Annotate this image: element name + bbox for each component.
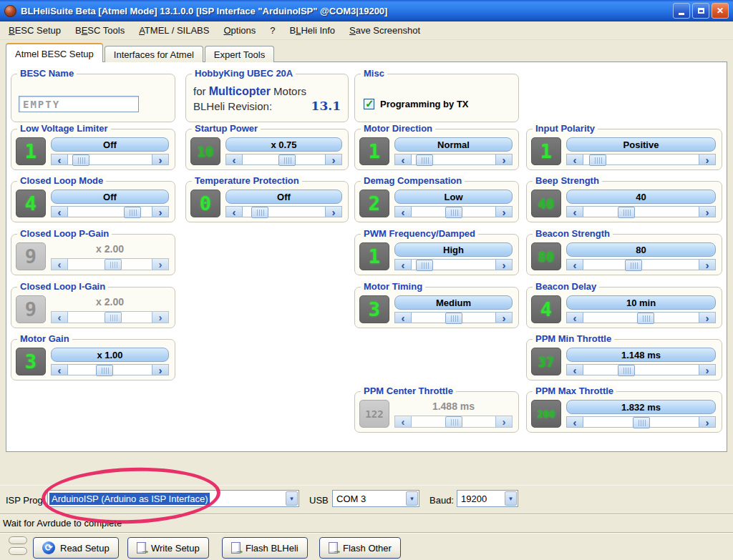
close-button[interactable]: ✕: [712, 3, 729, 19]
motor-timing-increment-arrow-icon[interactable]: ›: [495, 313, 512, 323]
ppm-max-throttle-slider-thumb[interactable]: [633, 417, 650, 428]
low-voltage-limiter-slider-thumb[interactable]: [72, 154, 89, 166]
beep-strength-increment-arrow-icon[interactable]: ›: [699, 207, 715, 217]
read-setup-button[interactable]: ⟳Read Setup: [33, 537, 119, 559]
closed-loop-mode-increment-arrow-icon[interactable]: ›: [152, 207, 168, 217]
menu-item-[interactable]: ?: [263, 23, 282, 38]
beacon-strength-slider-thumb[interactable]: [625, 260, 642, 271]
tab-interfaces-for-atmel[interactable]: Interfaces for Atmel: [105, 46, 203, 62]
motor-timing-slider[interactable]: ‹›: [394, 312, 513, 323]
closed-loop-i-gain-slider[interactable]: ‹›: [51, 311, 169, 323]
closed-loop-p-gain-increment-arrow-icon[interactable]: ›: [152, 259, 168, 270]
maximize-button[interactable]: [692, 3, 709, 19]
beacon-delay-increment-arrow-icon[interactable]: ›: [699, 313, 715, 323]
menu-item-blheli-info[interactable]: BLHeli Info: [282, 23, 342, 38]
motor-timing-slider-thumb[interactable]: [445, 313, 462, 324]
chevron-down-icon[interactable]: ▼: [286, 491, 298, 506]
menu-item-atmel-silabs[interactable]: ATMEL / SILABS: [132, 23, 216, 38]
ppm-min-throttle-slider[interactable]: ‹›: [566, 364, 716, 375]
minimize-button[interactable]: [673, 3, 690, 19]
input-polarity-decrement-arrow-icon[interactable]: ‹: [567, 154, 583, 164]
closed-loop-p-gain-decrement-arrow-icon[interactable]: ‹: [52, 259, 68, 270]
ppm-max-throttle-decrement-arrow-icon[interactable]: ‹: [567, 417, 583, 427]
menu-item-besc-tools[interactable]: BESC Tools: [68, 23, 132, 38]
isp-prog-select[interactable]: ArduinoISP (Arduino as ISP Interface) ▼: [47, 490, 299, 507]
closed-loop-i-gain-slider-thumb[interactable]: [105, 312, 122, 323]
temperature-protection-slider[interactable]: ‹›: [225, 206, 342, 217]
temperature-protection-decrement-arrow-icon[interactable]: ‹: [226, 207, 243, 217]
motor-timing-decrement-arrow-icon[interactable]: ‹: [395, 313, 412, 323]
demag-compensation-increment-arrow-icon[interactable]: ›: [495, 207, 512, 217]
ppm-min-throttle-slider-thumb[interactable]: [618, 365, 635, 376]
startup-power-slider[interactable]: ‹›: [225, 154, 342, 165]
closed-loop-i-gain-increment-arrow-icon[interactable]: ›: [152, 312, 168, 323]
ppm-center-throttle-slider[interactable]: ‹›: [394, 416, 513, 428]
esc-info-title: HobbyKing UBEC 20A: [192, 68, 296, 79]
menu-item-options[interactable]: Options: [216, 23, 263, 38]
closed-loop-mode-slider[interactable]: ‹›: [51, 206, 169, 217]
menu-item-save-screenshot[interactable]: Save Screenshot: [342, 23, 427, 38]
tab-expert-tools[interactable]: Expert Tools: [205, 46, 274, 62]
tab-atmel-besc-setup[interactable]: Atmel BESC Setup: [6, 43, 103, 62]
input-polarity-increment-arrow-icon[interactable]: ›: [699, 154, 715, 164]
beacon-delay-decrement-arrow-icon[interactable]: ‹: [567, 313, 583, 323]
pwm-frequency-damped-increment-arrow-icon[interactable]: ›: [495, 260, 512, 270]
beacon-strength-increment-arrow-icon[interactable]: ›: [699, 260, 715, 270]
closed-loop-i-gain-decrement-arrow-icon[interactable]: ‹: [52, 312, 68, 323]
closed-loop-p-gain-slider[interactable]: ‹›: [51, 258, 169, 270]
beacon-delay-slider-thumb[interactable]: [637, 313, 654, 324]
beep-strength-decrement-arrow-icon[interactable]: ‹: [567, 207, 583, 217]
low-voltage-limiter-increment-arrow-icon[interactable]: ›: [152, 154, 168, 164]
besc-name-input[interactable]: EMPTY: [19, 96, 139, 112]
flash-other-button[interactable]: →Flash Other: [319, 537, 401, 559]
motor-direction-decrement-arrow-icon[interactable]: ‹: [395, 154, 412, 164]
pwm-frequency-damped-slider[interactable]: ‹›: [394, 259, 513, 270]
beep-strength-slider[interactable]: ‹›: [566, 206, 716, 217]
demag-compensation-decrement-arrow-icon[interactable]: ‹: [395, 207, 412, 217]
motor-gain-slider-thumb[interactable]: [96, 365, 113, 376]
baud-select[interactable]: 19200 ▼: [457, 490, 518, 507]
input-polarity-slider-thumb[interactable]: [589, 154, 606, 166]
chevron-down-icon[interactable]: ▼: [505, 491, 517, 506]
startup-power-decrement-arrow-icon[interactable]: ‹: [226, 154, 243, 164]
motor-gain-slider[interactable]: ‹›: [51, 364, 169, 375]
tab-strip: Atmel BESC SetupInterfaces for AtmelExpe…: [6, 43, 276, 62]
pwm-frequency-damped-decrement-arrow-icon[interactable]: ‹: [395, 260, 412, 270]
chevron-down-icon[interactable]: ▼: [406, 491, 418, 506]
flash-blheli-button[interactable]: →Flash BLHeli: [222, 537, 308, 559]
ppm-center-throttle-value: 1.488 ms: [394, 400, 513, 413]
closed-loop-p-gain-slider-thumb[interactable]: [105, 259, 122, 270]
low-voltage-limiter-decrement-arrow-icon[interactable]: ‹: [52, 154, 68, 164]
motor-direction-increment-arrow-icon[interactable]: ›: [495, 154, 512, 164]
startup-power-increment-arrow-icon[interactable]: ›: [325, 154, 341, 164]
motor-direction-slider[interactable]: ‹›: [394, 154, 513, 165]
beep-strength-slider-thumb[interactable]: [618, 207, 635, 218]
menu-item-besc-setup[interactable]: BESC Setup: [1, 23, 68, 38]
ppm-center-throttle-increment-arrow-icon[interactable]: ›: [495, 416, 512, 427]
ppm-max-throttle-slider[interactable]: ‹›: [566, 416, 716, 428]
temperature-protection-slider-thumb[interactable]: [251, 207, 268, 218]
usb-port-select[interactable]: COM 3 ▼: [332, 490, 419, 507]
demag-compensation-slider[interactable]: ‹›: [394, 206, 513, 217]
closed-loop-mode-slider-thumb[interactable]: [124, 207, 141, 218]
beacon-strength-slider[interactable]: ‹›: [566, 259, 716, 270]
write-setup-button[interactable]: →Write Setup: [127, 537, 209, 559]
beacon-strength-decrement-arrow-icon[interactable]: ‹: [567, 260, 583, 270]
demag-compensation-slider-thumb[interactable]: [445, 207, 462, 218]
programming-by-tx-checkbox[interactable]: ✓: [364, 99, 374, 109]
ppm-min-throttle-decrement-arrow-icon[interactable]: ‹: [567, 365, 583, 375]
motor-gain-decrement-arrow-icon[interactable]: ‹: [52, 365, 68, 375]
temperature-protection-increment-arrow-icon[interactable]: ›: [325, 207, 341, 217]
closed-loop-mode-decrement-arrow-icon[interactable]: ‹: [52, 207, 68, 217]
ppm-max-throttle-increment-arrow-icon[interactable]: ›: [699, 417, 715, 427]
low-voltage-limiter-slider[interactable]: ‹›: [51, 154, 169, 165]
startup-power-slider-thumb[interactable]: [278, 154, 296, 166]
input-polarity-slider[interactable]: ‹›: [566, 154, 716, 165]
pwm-frequency-damped-slider-thumb[interactable]: [416, 260, 433, 271]
ppm-center-throttle-slider-thumb[interactable]: [445, 416, 462, 428]
beacon-delay-slider[interactable]: ‹›: [566, 312, 716, 323]
ppm-center-throttle-decrement-arrow-icon[interactable]: ‹: [395, 416, 412, 427]
motor-direction-slider-thumb[interactable]: [416, 154, 433, 166]
motor-gain-increment-arrow-icon[interactable]: ›: [152, 365, 168, 375]
ppm-min-throttle-increment-arrow-icon[interactable]: ›: [699, 365, 715, 375]
